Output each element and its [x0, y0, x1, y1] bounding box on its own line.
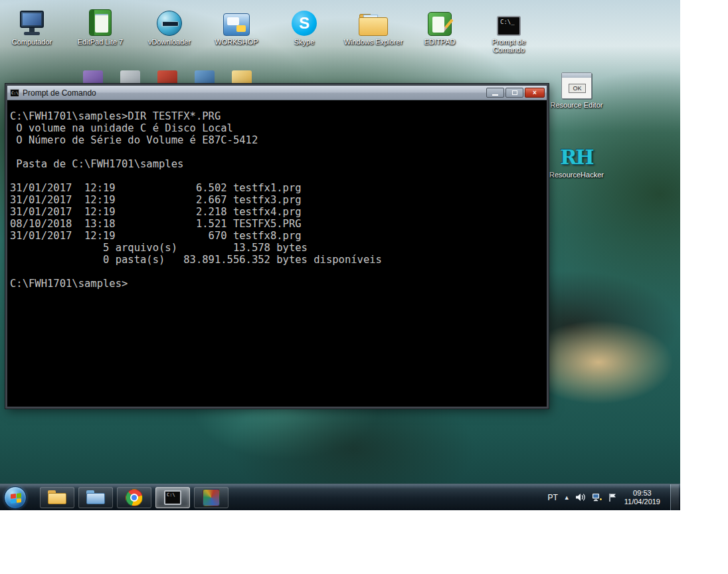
- desktop-icon-label: Prompt de Comando: [477, 38, 541, 54]
- desktop-icon-editpad-lite[interactable]: EditPad Lite 7: [68, 5, 132, 46]
- desktop-icon-label: Computador: [0, 38, 64, 46]
- app-icon: [203, 489, 220, 506]
- cmd-window: C:\ Prompt de Comando × C:\FWH1701\sampl…: [5, 84, 549, 409]
- desktop-icon-label: EDITPAD: [408, 38, 472, 46]
- desktop-icon-computador[interactable]: Computador: [0, 5, 64, 46]
- console[interactable]: C:\FWH1701\samples>DIR TESTFX*.PRG O vol…: [7, 100, 547, 407]
- taskbar-item-explorer[interactable]: [40, 487, 74, 508]
- desktop-icon-cmd[interactable]: C:\_ Prompt de Comando: [477, 5, 541, 54]
- start-button[interactable]: [4, 486, 27, 509]
- chrome-icon: [126, 489, 143, 506]
- library-folder-icon: [86, 490, 105, 504]
- cmd-titlebar[interactable]: C:\ Prompt de Comando ×: [7, 86, 547, 100]
- taskbar-item-library[interactable]: [78, 487, 113, 508]
- taskbar: C:\ PT ▲ 09:53 11/04/2019: [0, 484, 680, 510]
- action-center-flag-icon[interactable]: [608, 493, 616, 502]
- desktop-icon-label: ResourceHacker: [545, 171, 608, 179]
- folder-icon: [48, 490, 66, 504]
- desktop-icon-label: Skype: [272, 38, 336, 46]
- desktop-icon-vdownloader[interactable]: vDownloader: [137, 5, 201, 46]
- taskbar-item-cmd[interactable]: C:\: [155, 487, 190, 508]
- desktop-icon-workshop[interactable]: WORKSHOP: [205, 5, 268, 46]
- taskbar-item-app[interactable]: [194, 487, 228, 508]
- cmd-icon: C:\_: [497, 16, 521, 36]
- desktop-icon-label: Resource Editor: [545, 101, 608, 109]
- console-text: C:\FWH1701\samples>DIR TESTFX*.PRG O vol…: [10, 110, 544, 290]
- windows-flag-icon: [11, 493, 21, 504]
- resource-editor-icon: OK: [561, 72, 592, 99]
- desktop-icon-editpad[interactable]: EDITPAD: [408, 5, 472, 46]
- editpad-icon: [428, 12, 452, 36]
- desktop-icon-label: vDownloader: [137, 38, 201, 46]
- taskbar-item-chrome[interactable]: [117, 487, 151, 508]
- system-tray: PT ▲ 09:53 11/04/2019: [547, 484, 680, 510]
- folder-icon: [359, 13, 388, 36]
- desktop-icon-resource-editor[interactable]: OK Resource Editor: [545, 68, 608, 109]
- editpad-lite-icon: [89, 9, 112, 36]
- computer-icon: [19, 11, 45, 36]
- cmd-titlebar-icon: C:\: [10, 89, 19, 97]
- close-button[interactable]: ×: [525, 88, 545, 98]
- minimize-button[interactable]: [486, 88, 504, 98]
- language-indicator[interactable]: PT: [547, 493, 557, 502]
- tray-expand-icon[interactable]: ▲: [564, 494, 570, 501]
- desktop: Computador EditPad Lite 7 vDownloader WO…: [0, 0, 680, 510]
- desktop-icon-label: EditPad Lite 7: [68, 38, 132, 46]
- desktop-icon-skype[interactable]: S Skype: [272, 5, 336, 46]
- cmd-icon: C:\: [164, 490, 181, 505]
- resourcehacker-icon: RH: [560, 145, 592, 169]
- maximize-button[interactable]: [505, 88, 523, 98]
- skype-icon: S: [292, 11, 317, 36]
- desktop-icon-windows-explorer[interactable]: Windows Explorer: [341, 5, 405, 46]
- clock[interactable]: 09:53 11/04/2019: [624, 489, 660, 506]
- desktop-icon-label: Windows Explorer: [341, 38, 405, 46]
- show-desktop-button[interactable]: [670, 484, 679, 510]
- clock-date: 11/04/2019: [624, 498, 660, 506]
- desktop-icon-label: WORKSHOP: [205, 38, 268, 46]
- network-icon[interactable]: [592, 493, 602, 502]
- volume-icon[interactable]: [576, 493, 586, 502]
- vdownloader-icon: [157, 11, 182, 36]
- workshop-icon: [223, 13, 250, 36]
- window-title: Prompt de Comando: [23, 88, 96, 98]
- clock-time: 09:53: [624, 489, 660, 498]
- desktop-icon-resourcehacker[interactable]: RH ResourceHacker: [545, 138, 608, 179]
